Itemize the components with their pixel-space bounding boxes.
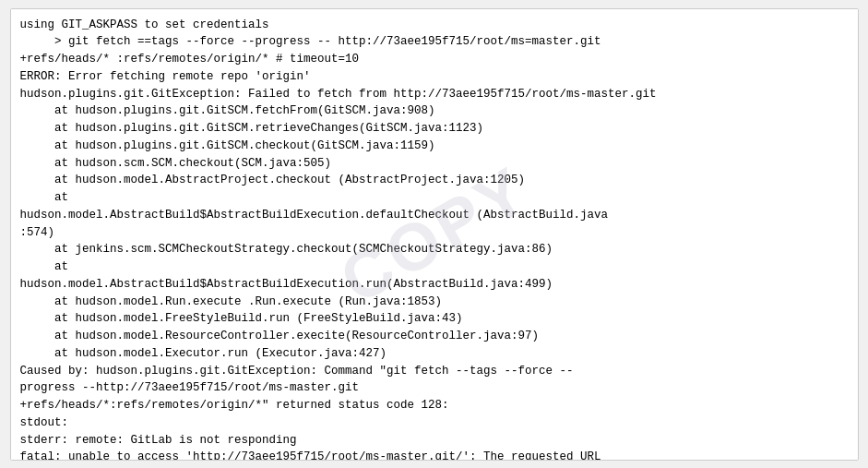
console-output: using GIT_ASKPASS to set credentials > g…	[20, 17, 849, 460]
console-container: COPY using GIT_ASKPASS to set credential…	[10, 8, 859, 461]
console-content[interactable]: COPY using GIT_ASKPASS to set credential…	[11, 9, 858, 460]
